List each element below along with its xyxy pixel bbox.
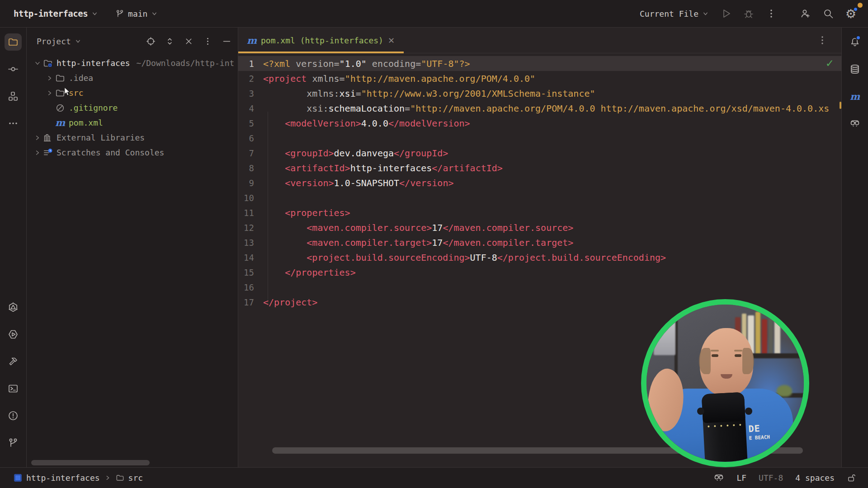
person-eye — [735, 354, 741, 357]
tree-item-external-libraries[interactable]: External Libraries — [27, 130, 238, 145]
code-text: </properties> — [263, 267, 356, 278]
mouse-cursor — [63, 87, 71, 97]
tree-item-http-interfaces[interactable]: http-interfaces~/Downloads/http-int — [27, 56, 238, 70]
code-text: </project> — [263, 297, 317, 308]
indent-indicator[interactable]: 4 spaces — [795, 473, 835, 483]
chevron-down-icon — [702, 10, 709, 17]
chevron-right-icon[interactable] — [44, 89, 55, 97]
tool-strip-button-structure[interactable] — [5, 88, 22, 105]
tool-strip-button-folder[interactable] — [5, 33, 22, 51]
code-editor[interactable]: 1<?xml version="1.0" encoding="UTF-8"?>✓… — [238, 53, 841, 310]
webcam-overlay: DE E BEACH — [641, 299, 809, 467]
warning-stripe-mark[interactable] — [840, 102, 841, 109]
tool-strip-button-endpoints[interactable] — [5, 299, 22, 316]
tree-item-src[interactable]: src — [27, 85, 238, 100]
add-user-icon[interactable] — [800, 8, 811, 19]
line-number: 3 — [238, 89, 254, 99]
tool-strip-button-maven[interactable]: m — [846, 88, 863, 105]
tree-item-label: .gitignore — [69, 103, 118, 113]
more-options-kebab-icon[interactable] — [766, 8, 777, 19]
database-icon — [849, 64, 860, 75]
tab-close-icon[interactable]: ✕ — [388, 36, 395, 45]
chevron-right-icon[interactable] — [32, 134, 43, 141]
tool-strip-button-terminal[interactable] — [5, 380, 22, 397]
search-icon[interactable] — [823, 8, 834, 19]
tool-strip-button-services[interactable] — [5, 326, 22, 343]
line-number: 8 — [238, 163, 254, 173]
breadcrumb-label: http-interfaces — [26, 473, 100, 483]
breadcrumb-src[interactable]: src — [116, 473, 143, 483]
code-line: 16 — [238, 280, 841, 295]
project-panel-horizontal-scrollbar[interactable] — [31, 460, 150, 465]
settings-notification-dot — [853, 7, 858, 12]
folder-icon — [116, 474, 124, 482]
chevron-right-icon[interactable] — [32, 149, 43, 156]
tree-item-label: http-interfaces — [57, 58, 130, 68]
expand-all-icon[interactable] — [165, 37, 175, 46]
code-text: <groupId>dev.danvega</groupId> — [263, 148, 448, 159]
unlock-icon[interactable] — [847, 473, 856, 483]
inspections-ok-check-icon[interactable]: ✓ — [826, 57, 834, 69]
project-name: http-interfaces — [14, 9, 88, 19]
endpoints-icon — [8, 302, 19, 313]
chevron-right-icon[interactable] — [44, 75, 55, 82]
run-button-play-icon[interactable] — [721, 8, 731, 19]
project-tool-window: Project http-interfaces~/Downloads/http-… — [27, 28, 238, 467]
tree-item-scratches-and-consoles[interactable]: Scratches and Consoles — [27, 145, 238, 160]
tree-item-pom-xml[interactable]: mpom.xml — [27, 115, 238, 130]
person-eyebrow — [711, 350, 719, 352]
run-configuration-selector[interactable]: Current File — [640, 9, 709, 19]
maven-icon: m — [55, 118, 65, 128]
line-number: 5 — [238, 118, 254, 128]
tool-strip-button-database[interactable] — [846, 61, 863, 78]
line-number: 16 — [238, 282, 254, 292]
line-number: 17 — [238, 297, 254, 307]
settings-gear-icon[interactable]: ⚙ — [845, 8, 856, 19]
tool-strip-button-problems[interactable] — [5, 407, 22, 424]
tree-item--gitignore[interactable]: .gitignore — [27, 100, 238, 115]
tool-strip-button-notifications[interactable] — [846, 33, 863, 51]
scratches-icon — [43, 148, 53, 158]
tool-strip-button-more-horizontal[interactable] — [5, 115, 22, 132]
project-panel-title-dropdown[interactable]: Project — [37, 37, 81, 46]
file-encoding-indicator[interactable]: UTF-8 — [759, 473, 783, 483]
code-line: 8 <artifactId>http-interfaces</artifactI… — [238, 160, 841, 175]
tool-strip-button-copilot[interactable] — [846, 115, 863, 132]
microphone — [702, 392, 748, 467]
breadcrumb-separator-icon — [104, 474, 111, 481]
tool-strip-button-git-branch[interactable] — [5, 434, 22, 451]
structure-icon — [8, 91, 19, 102]
line-number: 13 — [238, 238, 254, 248]
chevron-down-icon[interactable] — [32, 60, 43, 67]
microphone-stand — [716, 464, 734, 467]
microphone-knob — [745, 408, 752, 415]
more-vertical-icon[interactable] — [203, 37, 212, 46]
project-switcher[interactable]: http-interfaces — [14, 9, 98, 19]
project-panel-title: Project — [37, 37, 71, 46]
code-line: 12 <maven.compiler.source>17</maven.comp… — [238, 220, 841, 235]
project-tree[interactable]: http-interfaces~/Downloads/http-int.idea… — [27, 55, 238, 160]
hide-icon[interactable] — [222, 37, 231, 46]
tree-item-label: Scratches and Consoles — [57, 148, 164, 157]
project-panel-header: Project — [27, 28, 238, 55]
code-text: <version>1.0-SNAPSHOT</version> — [263, 178, 453, 188]
ignored-file-icon — [55, 103, 65, 113]
tab-bar-options-kebab-icon[interactable] — [817, 35, 828, 46]
breadcrumb-http-interfaces[interactable]: http-interfaces — [14, 473, 100, 483]
tool-strip-button-commit[interactable] — [5, 61, 22, 78]
branch-widget[interactable]: main — [115, 9, 158, 19]
folder-icon — [8, 37, 19, 47]
microphone-knob — [697, 408, 704, 415]
tree-item--idea[interactable]: .idea — [27, 70, 238, 85]
tool-strip-button-build[interactable] — [5, 353, 22, 370]
code-text: <maven.compiler.source>17</maven.compile… — [263, 222, 573, 233]
line-separator-indicator[interactable]: LF — [736, 473, 746, 483]
tab-label: pom.xml (http-interfaces) — [261, 36, 383, 45]
tab-pom-xml[interactable]: m pom.xml (http-interfaces) ✕ — [238, 28, 404, 53]
copilot-status-icon[interactable] — [713, 472, 724, 483]
locate-icon[interactable] — [146, 37, 156, 46]
libraries-icon — [43, 133, 53, 143]
debug-button-bug-icon[interactable] — [743, 8, 754, 19]
line-number: 6 — [238, 133, 254, 143]
collapse-all-icon[interactable] — [184, 37, 193, 46]
